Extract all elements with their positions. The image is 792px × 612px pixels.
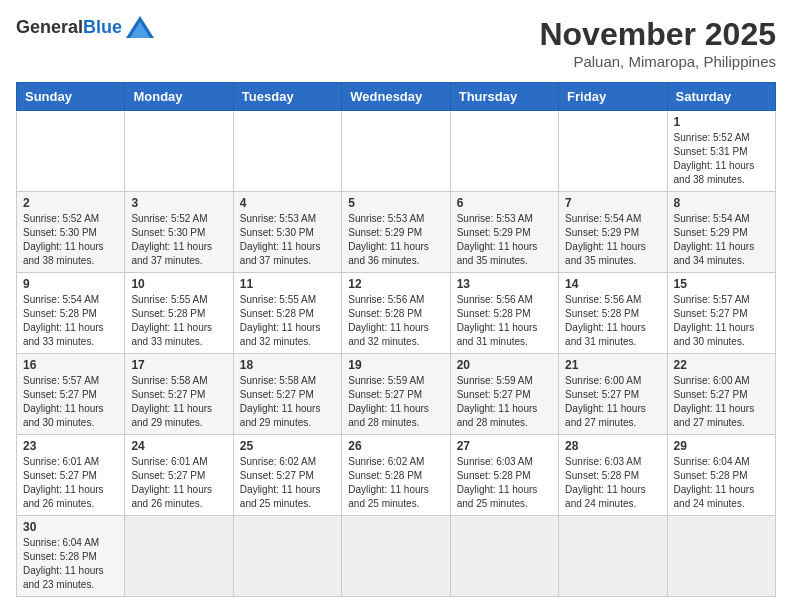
weekday-header-friday: Friday — [559, 83, 667, 111]
day-number: 21 — [565, 358, 660, 372]
calendar-cell — [450, 111, 558, 192]
day-info: Sunrise: 6:00 AM Sunset: 5:27 PM Dayligh… — [674, 374, 769, 430]
header: General Blue November 2025 Paluan, Mimar… — [16, 16, 776, 70]
calendar-cell: 10Sunrise: 5:55 AM Sunset: 5:28 PM Dayli… — [125, 273, 233, 354]
calendar-cell: 17Sunrise: 5:58 AM Sunset: 5:27 PM Dayli… — [125, 354, 233, 435]
calendar-cell: 26Sunrise: 6:02 AM Sunset: 5:28 PM Dayli… — [342, 435, 450, 516]
calendar-cell — [125, 516, 233, 597]
day-number: 13 — [457, 277, 552, 291]
day-info: Sunrise: 6:02 AM Sunset: 5:27 PM Dayligh… — [240, 455, 335, 511]
title-section: November 2025 Paluan, Mimaropa, Philippi… — [539, 16, 776, 70]
calendar-cell: 23Sunrise: 6:01 AM Sunset: 5:27 PM Dayli… — [17, 435, 125, 516]
calendar-cell: 12Sunrise: 5:56 AM Sunset: 5:28 PM Dayli… — [342, 273, 450, 354]
calendar-cell — [233, 111, 341, 192]
day-info: Sunrise: 5:57 AM Sunset: 5:27 PM Dayligh… — [23, 374, 118, 430]
day-info: Sunrise: 5:53 AM Sunset: 5:29 PM Dayligh… — [348, 212, 443, 268]
day-number: 8 — [674, 196, 769, 210]
weekday-header-thursday: Thursday — [450, 83, 558, 111]
day-number: 24 — [131, 439, 226, 453]
calendar-cell: 20Sunrise: 5:59 AM Sunset: 5:27 PM Dayli… — [450, 354, 558, 435]
day-info: Sunrise: 6:00 AM Sunset: 5:27 PM Dayligh… — [565, 374, 660, 430]
weekday-header-tuesday: Tuesday — [233, 83, 341, 111]
calendar-cell: 15Sunrise: 5:57 AM Sunset: 5:27 PM Dayli… — [667, 273, 775, 354]
weekday-header-sunday: Sunday — [17, 83, 125, 111]
day-info: Sunrise: 5:53 AM Sunset: 5:30 PM Dayligh… — [240, 212, 335, 268]
day-number: 20 — [457, 358, 552, 372]
calendar-week-row: 9Sunrise: 5:54 AM Sunset: 5:28 PM Daylig… — [17, 273, 776, 354]
weekday-header-row: SundayMondayTuesdayWednesdayThursdayFrid… — [17, 83, 776, 111]
calendar-cell: 28Sunrise: 6:03 AM Sunset: 5:28 PM Dayli… — [559, 435, 667, 516]
day-number: 25 — [240, 439, 335, 453]
calendar-week-row: 16Sunrise: 5:57 AM Sunset: 5:27 PM Dayli… — [17, 354, 776, 435]
location-title: Paluan, Mimaropa, Philippines — [539, 53, 776, 70]
calendar-cell — [233, 516, 341, 597]
day-number: 14 — [565, 277, 660, 291]
day-number: 11 — [240, 277, 335, 291]
logo-icon — [126, 16, 154, 38]
day-info: Sunrise: 5:55 AM Sunset: 5:28 PM Dayligh… — [240, 293, 335, 349]
day-info: Sunrise: 6:03 AM Sunset: 5:28 PM Dayligh… — [457, 455, 552, 511]
day-number: 17 — [131, 358, 226, 372]
day-info: Sunrise: 5:52 AM Sunset: 5:31 PM Dayligh… — [674, 131, 769, 187]
day-number: 18 — [240, 358, 335, 372]
calendar-cell: 8Sunrise: 5:54 AM Sunset: 5:29 PM Daylig… — [667, 192, 775, 273]
day-number: 30 — [23, 520, 118, 534]
calendar-cell: 18Sunrise: 5:58 AM Sunset: 5:27 PM Dayli… — [233, 354, 341, 435]
day-info: Sunrise: 5:54 AM Sunset: 5:28 PM Dayligh… — [23, 293, 118, 349]
calendar-cell — [342, 111, 450, 192]
calendar-cell — [559, 111, 667, 192]
calendar-cell: 4Sunrise: 5:53 AM Sunset: 5:30 PM Daylig… — [233, 192, 341, 273]
day-info: Sunrise: 5:54 AM Sunset: 5:29 PM Dayligh… — [674, 212, 769, 268]
day-info: Sunrise: 5:58 AM Sunset: 5:27 PM Dayligh… — [131, 374, 226, 430]
calendar-cell: 14Sunrise: 5:56 AM Sunset: 5:28 PM Dayli… — [559, 273, 667, 354]
day-number: 26 — [348, 439, 443, 453]
calendar-week-row: 2Sunrise: 5:52 AM Sunset: 5:30 PM Daylig… — [17, 192, 776, 273]
day-number: 7 — [565, 196, 660, 210]
day-info: Sunrise: 5:58 AM Sunset: 5:27 PM Dayligh… — [240, 374, 335, 430]
day-info: Sunrise: 5:55 AM Sunset: 5:28 PM Dayligh… — [131, 293, 226, 349]
day-number: 10 — [131, 277, 226, 291]
calendar-cell: 2Sunrise: 5:52 AM Sunset: 5:30 PM Daylig… — [17, 192, 125, 273]
calendar-cell: 25Sunrise: 6:02 AM Sunset: 5:27 PM Dayli… — [233, 435, 341, 516]
calendar-cell — [667, 516, 775, 597]
day-number: 12 — [348, 277, 443, 291]
calendar-cell: 11Sunrise: 5:55 AM Sunset: 5:28 PM Dayli… — [233, 273, 341, 354]
day-info: Sunrise: 6:03 AM Sunset: 5:28 PM Dayligh… — [565, 455, 660, 511]
calendar-cell: 1Sunrise: 5:52 AM Sunset: 5:31 PM Daylig… — [667, 111, 775, 192]
calendar-cell: 24Sunrise: 6:01 AM Sunset: 5:27 PM Dayli… — [125, 435, 233, 516]
day-info: Sunrise: 6:02 AM Sunset: 5:28 PM Dayligh… — [348, 455, 443, 511]
day-number: 3 — [131, 196, 226, 210]
day-number: 5 — [348, 196, 443, 210]
calendar-cell — [125, 111, 233, 192]
day-number: 28 — [565, 439, 660, 453]
logo: General Blue — [16, 16, 154, 38]
calendar-cell: 27Sunrise: 6:03 AM Sunset: 5:28 PM Dayli… — [450, 435, 558, 516]
calendar-cell — [342, 516, 450, 597]
calendar-cell: 9Sunrise: 5:54 AM Sunset: 5:28 PM Daylig… — [17, 273, 125, 354]
calendar-cell: 21Sunrise: 6:00 AM Sunset: 5:27 PM Dayli… — [559, 354, 667, 435]
month-title: November 2025 — [539, 16, 776, 53]
day-number: 16 — [23, 358, 118, 372]
day-info: Sunrise: 6:01 AM Sunset: 5:27 PM Dayligh… — [131, 455, 226, 511]
day-number: 29 — [674, 439, 769, 453]
calendar-cell: 30Sunrise: 6:04 AM Sunset: 5:28 PM Dayli… — [17, 516, 125, 597]
day-number: 4 — [240, 196, 335, 210]
calendar-week-row: 23Sunrise: 6:01 AM Sunset: 5:27 PM Dayli… — [17, 435, 776, 516]
calendar-cell: 3Sunrise: 5:52 AM Sunset: 5:30 PM Daylig… — [125, 192, 233, 273]
calendar-cell: 22Sunrise: 6:00 AM Sunset: 5:27 PM Dayli… — [667, 354, 775, 435]
calendar: SundayMondayTuesdayWednesdayThursdayFrid… — [16, 82, 776, 597]
weekday-header-saturday: Saturday — [667, 83, 775, 111]
day-info: Sunrise: 5:52 AM Sunset: 5:30 PM Dayligh… — [23, 212, 118, 268]
calendar-cell: 19Sunrise: 5:59 AM Sunset: 5:27 PM Dayli… — [342, 354, 450, 435]
day-info: Sunrise: 5:59 AM Sunset: 5:27 PM Dayligh… — [457, 374, 552, 430]
day-info: Sunrise: 6:04 AM Sunset: 5:28 PM Dayligh… — [23, 536, 118, 592]
calendar-cell: 6Sunrise: 5:53 AM Sunset: 5:29 PM Daylig… — [450, 192, 558, 273]
day-info: Sunrise: 5:57 AM Sunset: 5:27 PM Dayligh… — [674, 293, 769, 349]
day-info: Sunrise: 5:56 AM Sunset: 5:28 PM Dayligh… — [457, 293, 552, 349]
day-info: Sunrise: 6:04 AM Sunset: 5:28 PM Dayligh… — [674, 455, 769, 511]
day-number: 6 — [457, 196, 552, 210]
day-info: Sunrise: 5:54 AM Sunset: 5:29 PM Dayligh… — [565, 212, 660, 268]
weekday-header-monday: Monday — [125, 83, 233, 111]
calendar-cell — [450, 516, 558, 597]
calendar-cell: 16Sunrise: 5:57 AM Sunset: 5:27 PM Dayli… — [17, 354, 125, 435]
